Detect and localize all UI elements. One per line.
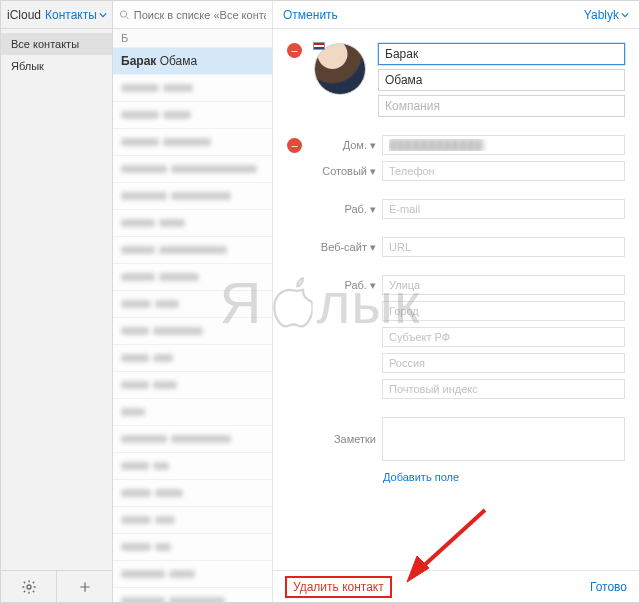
sidebar-groups: Все контакты Яблык	[1, 29, 112, 570]
city-input[interactable]	[382, 301, 625, 321]
contact-row[interactable]	[113, 507, 272, 534]
contact-row[interactable]	[113, 453, 272, 480]
notes-row: Заметки	[287, 417, 625, 461]
contact-row[interactable]	[113, 399, 272, 426]
contact-row[interactable]	[113, 183, 272, 210]
contact-row[interactable]	[113, 561, 272, 588]
contact-first-name: Барак	[121, 54, 156, 68]
sidebar: iCloud Контакты Все контакты Яблык	[1, 1, 113, 602]
gear-icon	[21, 579, 37, 595]
field-label-home[interactable]: Дом. ▾	[308, 139, 376, 152]
phone-mobile-row: Сотовый ▾	[287, 161, 625, 181]
email-input[interactable]	[382, 199, 625, 219]
flag-icon	[313, 42, 325, 50]
app-root: iCloud Контакты Все контакты Яблык Б	[0, 0, 640, 603]
account-name: Yablyk	[584, 8, 619, 22]
contact-list: Б Барак Обама	[113, 1, 273, 602]
contact-row[interactable]	[113, 264, 272, 291]
phone-home-row: – Дом. ▾	[287, 135, 625, 155]
street-input[interactable]	[382, 275, 625, 295]
settings-button[interactable]	[1, 571, 56, 602]
contact-row-selected[interactable]: Барак Обама	[113, 48, 272, 75]
avatar[interactable]	[314, 43, 366, 95]
detail-footer: Удалить контакт Готово	[273, 570, 639, 602]
contact-row[interactable]	[113, 102, 272, 129]
detail-pane: Отменить Yablyk – – Дом. ▾	[273, 1, 639, 602]
cancel-button[interactable]: Отменить	[283, 8, 338, 22]
brand-label: iCloud	[7, 8, 41, 22]
phone-mobile-input[interactable]	[382, 161, 625, 181]
detail-body: – – Дом. ▾ Сотовый ▾	[273, 29, 639, 570]
contact-row[interactable]	[113, 534, 272, 561]
account-menu[interactable]: Yablyk	[584, 8, 629, 22]
search-icon	[119, 9, 130, 21]
remove-photo-badge[interactable]: –	[287, 43, 302, 58]
contact-row[interactable]	[113, 426, 272, 453]
sidebar-footer	[1, 570, 112, 602]
search-input[interactable]	[134, 9, 266, 21]
sidebar-header: iCloud Контакты	[1, 1, 112, 29]
address-row: Раб. ▾	[287, 275, 625, 295]
remove-field-badge[interactable]: –	[287, 138, 302, 153]
svg-point-1	[120, 10, 126, 16]
field-label-mobile[interactable]: Сотовый ▾	[308, 165, 376, 178]
contact-row[interactable]	[113, 237, 272, 264]
svg-point-0	[27, 585, 31, 589]
field-label-work[interactable]: Раб. ▾	[308, 203, 376, 216]
contact-row[interactable]	[113, 480, 272, 507]
detail-header: Отменить Yablyk	[273, 1, 639, 29]
chevron-down-icon	[99, 11, 107, 19]
contact-row[interactable]	[113, 588, 272, 602]
zip-input[interactable]	[382, 379, 625, 399]
phone-home-input[interactable]	[382, 135, 625, 155]
section-header-b: Б	[113, 29, 272, 48]
search-bar[interactable]	[113, 1, 272, 29]
group-all-contacts[interactable]: Все контакты	[1, 33, 112, 55]
contact-row[interactable]	[113, 345, 272, 372]
done-button[interactable]: Готово	[590, 580, 627, 594]
name-row: –	[287, 43, 625, 117]
notes-input[interactable]	[382, 417, 625, 461]
contact-row[interactable]	[113, 372, 272, 399]
group-yablyk[interactable]: Яблык	[1, 55, 112, 77]
region-input[interactable]	[382, 327, 625, 347]
country-input[interactable]	[382, 353, 625, 373]
email-row: Раб. ▾	[287, 199, 625, 219]
website-input[interactable]	[382, 237, 625, 257]
add-field-link[interactable]: Добавить поле	[383, 471, 625, 483]
contact-row[interactable]	[113, 129, 272, 156]
last-name-input[interactable]	[378, 69, 625, 91]
chevron-down-icon	[621, 11, 629, 19]
first-name-input[interactable]	[378, 43, 625, 65]
contact-row[interactable]	[113, 75, 272, 102]
contact-last-name: Обама	[160, 54, 198, 68]
contacts-menu-label: Контакты	[45, 8, 97, 22]
contacts-menu[interactable]: Контакты	[45, 8, 107, 22]
website-row: Веб-сайт ▾	[287, 237, 625, 257]
contact-row[interactable]	[113, 156, 272, 183]
field-label-notes: Заметки	[308, 433, 376, 445]
delete-contact-button[interactable]: Удалить контакт	[285, 576, 392, 598]
plus-icon	[78, 580, 92, 594]
contact-row[interactable]	[113, 291, 272, 318]
contact-row[interactable]	[113, 210, 272, 237]
field-label-work2[interactable]: Раб. ▾	[308, 279, 376, 292]
add-contact-button[interactable]	[56, 571, 112, 602]
name-fields	[378, 43, 625, 117]
field-label-website[interactable]: Веб-сайт ▾	[308, 241, 376, 254]
contact-row[interactable]	[113, 318, 272, 345]
company-input[interactable]	[378, 95, 625, 117]
fields: – Дом. ▾ Сотовый ▾ Раб. ▾	[287, 135, 625, 461]
contact-list-body: Б Барак Обама	[113, 29, 272, 602]
